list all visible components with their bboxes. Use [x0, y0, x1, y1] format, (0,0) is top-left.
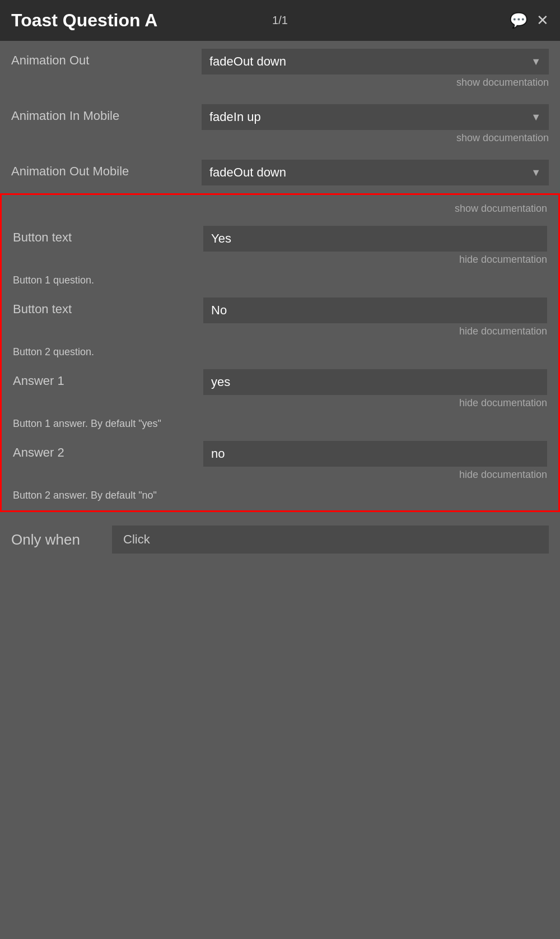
- animation-in-mobile-doc-link[interactable]: show documentation: [202, 130, 549, 144]
- animation-out-mobile-row: Animation Out Mobile fadeOut down ▼: [0, 152, 560, 193]
- page-title: Toast Question A: [11, 10, 157, 31]
- answer-2-doc-link[interactable]: hide documentation: [203, 467, 547, 481]
- animation-in-mobile-control: fadeIn up ▼ show documentation: [202, 104, 549, 144]
- animation-in-mobile-arrow: ▼: [531, 111, 541, 123]
- header: Toast Question A 1/1 💬 ✕: [0, 0, 560, 41]
- animation-out-mobile-arrow: ▼: [531, 167, 541, 179]
- button-text-2-row: Button text No hide documentation: [2, 292, 558, 343]
- animation-out-label: Animation Out: [11, 49, 190, 68]
- button-text-2-input[interactable]: No: [203, 297, 547, 323]
- answer-1-doc-text: Button 1 answer. By default "yes": [2, 415, 558, 435]
- animation-in-mobile-select[interactable]: fadeIn up ▼: [202, 104, 549, 130]
- animation-out-mobile-label: Animation Out Mobile: [11, 160, 190, 179]
- answer-1-label: Answer 1: [13, 369, 192, 388]
- answer-2-input[interactable]: no: [203, 441, 547, 467]
- button-text-2-control: No hide documentation: [203, 297, 547, 337]
- animation-out-mobile-select[interactable]: fadeOut down ▼: [202, 160, 549, 185]
- button-text-1-row: Button text Yes hide documentation: [2, 220, 558, 271]
- header-icons: 💬 ✕: [510, 12, 549, 29]
- animation-in-mobile-value: fadeIn up: [209, 110, 261, 124]
- animation-in-mobile-label: Animation In Mobile: [11, 104, 190, 123]
- answer-1-doc-link[interactable]: hide documentation: [203, 395, 547, 409]
- only-when-section: Only when Click: [0, 512, 560, 567]
- animation-out-row: Animation Out fadeOut down ▼ show docume…: [0, 41, 560, 96]
- answer-1-control: yes hide documentation: [203, 369, 547, 409]
- show-doc-top[interactable]: show documentation: [2, 198, 558, 220]
- answer-1-row: Answer 1 yes hide documentation: [2, 364, 558, 415]
- answer-2-doc-text: Button 2 answer. By default "no": [2, 486, 558, 507]
- button-text-2-doc-text: Button 2 question.: [2, 343, 558, 364]
- pagination: 1/1: [272, 14, 288, 27]
- animation-out-mobile-control: fadeOut down ▼: [202, 160, 549, 185]
- only-when-value[interactable]: Click: [112, 526, 549, 554]
- animation-out-doc-link[interactable]: show documentation: [202, 75, 549, 89]
- animation-out-control: fadeOut down ▼ show documentation: [202, 49, 549, 89]
- animation-in-mobile-row: Animation In Mobile fadeIn up ▼ show doc…: [0, 96, 560, 152]
- button-text-1-doc-link[interactable]: hide documentation: [203, 252, 547, 266]
- button-text-1-control: Yes hide documentation: [203, 226, 547, 266]
- answer-2-row: Answer 2 no hide documentation: [2, 435, 558, 486]
- animation-out-arrow: ▼: [531, 56, 541, 68]
- answer-2-control: no hide documentation: [203, 441, 547, 481]
- answer-2-label: Answer 2: [13, 441, 192, 460]
- only-when-label: Only when: [11, 531, 101, 548]
- red-section-inner: show documentation Button text Yes hide …: [2, 195, 558, 510]
- button-text-1-input[interactable]: Yes: [203, 226, 547, 252]
- red-section: show documentation Button text Yes hide …: [0, 193, 560, 512]
- chat-icon[interactable]: 💬: [510, 12, 528, 29]
- animation-out-select[interactable]: fadeOut down ▼: [202, 49, 549, 75]
- button-text-1-doc-text: Button 1 question.: [2, 271, 558, 292]
- animation-out-mobile-value: fadeOut down: [209, 165, 286, 180]
- animation-out-value: fadeOut down: [209, 54, 286, 69]
- close-icon[interactable]: ✕: [536, 12, 549, 29]
- answer-1-input[interactable]: yes: [203, 369, 547, 395]
- button-text-2-doc-link[interactable]: hide documentation: [203, 323, 547, 337]
- button-text-1-label: Button text: [13, 226, 192, 245]
- button-text-2-label: Button text: [13, 297, 192, 317]
